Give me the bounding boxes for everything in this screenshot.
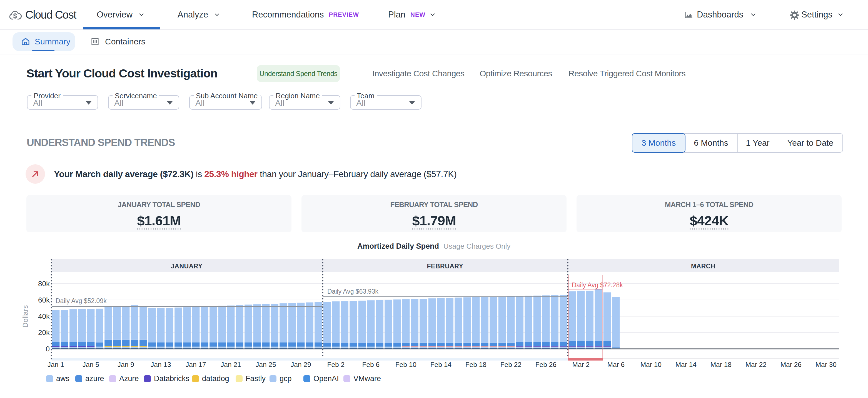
svg-text:Mar 2: Mar 2 — [572, 361, 590, 368]
svg-text:Jan 1: Jan 1 — [48, 361, 64, 368]
svg-text:Daily Avg $72.28k: Daily Avg $72.28k — [572, 281, 623, 289]
svg-text:Jan 5: Jan 5 — [83, 361, 99, 368]
svg-text:Mar 30: Mar 30 — [815, 361, 837, 368]
svg-text:Daily Avg $63.93k: Daily Avg $63.93k — [327, 288, 378, 295]
svg-text:0: 0 — [46, 345, 50, 353]
svg-text:Jan 21: Jan 21 — [221, 361, 241, 368]
svg-text:Jan 29: Jan 29 — [291, 361, 311, 368]
svg-text:Mar 6: Mar 6 — [607, 361, 625, 368]
svg-text:Mar 26: Mar 26 — [780, 361, 802, 368]
svg-text:Mar 14: Mar 14 — [676, 361, 696, 368]
svg-text:FEBRUARY: FEBRUARY — [427, 263, 463, 270]
svg-text:Feb 14: Feb 14 — [430, 361, 452, 368]
svg-text:Jan 25: Jan 25 — [256, 361, 276, 368]
svg-text:60k: 60k — [38, 296, 50, 304]
svg-text:Mar 10: Mar 10 — [641, 361, 661, 368]
svg-text:Usage Charges Only: Usage Charges Only — [443, 242, 510, 250]
svg-text:Mar 22: Mar 22 — [745, 361, 767, 368]
svg-text:40k: 40k — [38, 312, 50, 321]
svg-text:MARCH: MARCH — [691, 263, 715, 270]
svg-text:20k: 20k — [38, 328, 50, 337]
svg-text:Daily Avg $52.09k: Daily Avg $52.09k — [56, 297, 107, 304]
svg-text:Feb 22: Feb 22 — [500, 361, 522, 368]
svg-text:Jan 9: Jan 9 — [118, 361, 134, 368]
svg-text:Feb 2: Feb 2 — [327, 361, 344, 368]
svg-text:JANUARY: JANUARY — [171, 263, 203, 270]
svg-text:Jan 13: Jan 13 — [151, 361, 171, 368]
svg-text:Feb 18: Feb 18 — [465, 361, 487, 368]
svg-text:Mar 18: Mar 18 — [710, 361, 732, 368]
svg-text:Dollars: Dollars — [21, 305, 29, 328]
svg-text:Jan 17: Jan 17 — [186, 361, 206, 368]
svg-text:Feb 10: Feb 10 — [395, 361, 416, 368]
svg-text:Feb 6: Feb 6 — [362, 361, 379, 368]
svg-text:Feb 26: Feb 26 — [535, 361, 557, 368]
svg-text:Amortized Daily Spend: Amortized Daily Spend — [357, 242, 439, 250]
svg-text:80k: 80k — [38, 279, 50, 288]
